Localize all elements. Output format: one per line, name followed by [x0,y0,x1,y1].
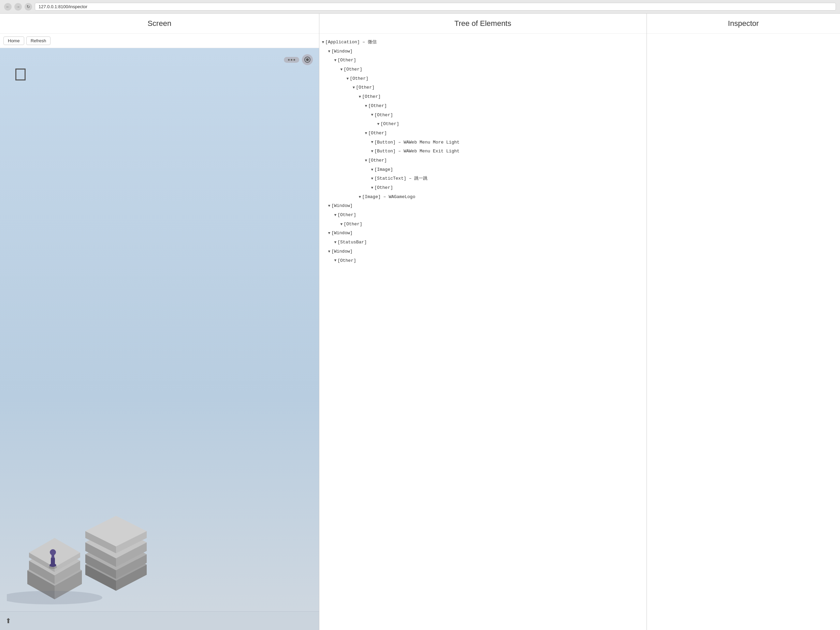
record-button[interactable] [302,54,313,65]
tree-node-24[interactable]: [Other] [322,256,644,266]
tree-node-17[interactable]: [Image] – WAGameLogo [322,193,644,202]
dot-2 [291,59,292,61]
tree-node-text: [Other] [368,156,387,165]
tree-node-text: [StaticText] – 跳一跳 [374,175,428,183]
record-inner [304,57,311,63]
tree-arrow [334,239,337,246]
tree-arrow [334,257,337,264]
tree-arrow [353,84,355,91]
tree-arrow [328,248,331,255]
tree-node-0[interactable]: [Application] – 微信 [322,38,644,47]
tree-node-1[interactable]: [Window] [322,47,644,56]
svg-rect-11 [51,557,55,566]
tree-arrow [371,148,374,155]
tree-arrow [322,39,324,46]
tree-arrow [341,221,343,228]
tree-node-18[interactable]: [Window] [322,202,644,211]
top-controls [284,54,313,65]
tree-content: [Application] – 微信 [Window] [Other] [Oth… [319,34,647,269]
tree-node-text: [Image] [374,166,393,174]
tree-node-16[interactable]: [Other] [322,183,644,193]
inspector-panel: Inspector [647,14,840,630]
svg-point-26 [7,591,103,605]
reload-button[interactable]: ↻ [25,3,32,11]
tree-node-text: [Application] – 微信 [325,38,377,47]
tree-node-text: [Other] [362,93,381,101]
tree-arrow [377,121,380,128]
dot-1 [288,59,290,61]
screen-panel: Screen Home Refresh [0,14,319,630]
tree-arrow [334,57,337,64]
tree-node-text: [Other] [356,83,375,92]
inspector-panel-header: Inspector [647,14,840,34]
tree-node-text: [Window] [331,229,352,238]
tree-arrow [371,139,374,146]
tree-node-text: [Window] [331,202,352,210]
tree-arrow [341,66,343,73]
tree-node-21[interactable]: [Window] [322,229,644,238]
tree-node-text: [Other] [381,120,399,129]
game-scene: ⬆︎ [0,48,319,630]
tree-node-text: [Other] [374,111,393,120]
tree-node-text: [Other] [368,102,387,110]
tree-node-text: [Other] [368,129,387,138]
tree-node-20[interactable]: [Other] [322,220,644,229]
share-icon[interactable]: ⬆︎ [5,617,11,625]
browser-chrome: ← → ↻ 127.0.0.1:8100/inspector [0,0,840,14]
tree-node-23[interactable]: [Window] [322,247,644,256]
tree-arrow [347,76,349,82]
tree-node-19[interactable]: [Other] [322,211,644,220]
right-block-svg [79,501,153,596]
tree-arrow [334,212,337,219]
tree-arrow [359,194,361,201]
svg-point-13 [50,549,56,555]
tree-node-text: [Other] [344,65,362,74]
tree-node-11[interactable]: [Button] – WAWeb Menu More Light [322,138,644,147]
screen-panel-header: Screen [0,14,319,34]
tree-node-8[interactable]: [Other] [322,111,644,120]
tree-node-10[interactable]: [Other] [322,129,644,138]
tree-node-text: [Other] [338,211,356,219]
tree-arrow [371,112,374,119]
tree-arrow [365,157,368,164]
tree-arrow [328,230,331,237]
tree-node-15[interactable]: [StaticText] – 跳一跳 [322,174,644,183]
tree-panel-header: Tree of Elements [319,14,647,34]
tree-node-22[interactable]: [StatusBar] [322,238,644,247]
tree-node-9[interactable]: [Other] [322,120,644,129]
screen-content: ⬆︎ [0,48,319,630]
main-layout: Screen Home Refresh [0,14,840,630]
tree-node-3[interactable]: [Other] [322,65,644,74]
tree-arrow [365,130,368,137]
tree-arrow [365,102,368,110]
tree-node-text: [Button] – WAWeb Menu More Light [374,139,459,147]
tree-node-text: [StatusBar] [338,238,367,247]
tree-node-2[interactable]: [Other] [322,56,644,65]
ground-shadow [7,587,160,608]
tree-node-5[interactable]: [Other] [322,83,644,92]
dots-button[interactable] [284,57,299,63]
back-button[interactable]: ← [4,3,12,11]
tree-node-12[interactable]: [Button] – WAWeb Menu Exit Light [322,147,644,156]
tree-arrow [359,93,361,101]
tree-node-text: [Other] [338,257,356,265]
tree-node-6[interactable]: [Other] [322,92,644,102]
tree-arrow [328,203,331,209]
forward-button[interactable]: → [14,3,22,11]
tree-node-4[interactable]: [Other] [322,74,644,83]
home-button[interactable]: Home [3,36,24,45]
tree-node-text: [Other] [350,75,368,83]
tree-node-text: [Other] [374,184,393,192]
address-bar[interactable]: 127.0.0.1:8100/inspector [35,3,836,11]
tree-node-13[interactable]: [Other] [322,156,644,165]
tree-arrow [371,184,374,192]
tree-node-text: [Image] – WAGameLogo [362,193,415,202]
tree-node-text: [Button] – WAWeb Menu Exit Light [374,147,459,156]
record-dot [306,58,309,61]
tree-arrow [371,175,374,183]
refresh-button[interactable]: Refresh [26,36,51,45]
tree-node-7[interactable]: [Other] [322,102,644,111]
tree-panel: Tree of Elements [Application] – 微信 [Win… [319,14,647,630]
inspector-content [647,34,840,630]
tree-node-14[interactable]: [Image] [322,165,644,175]
